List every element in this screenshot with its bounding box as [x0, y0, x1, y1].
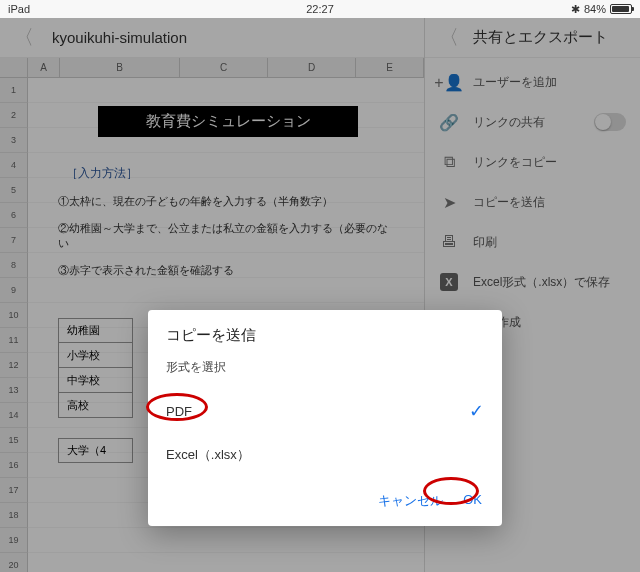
- row-header[interactable]: 3: [0, 128, 28, 153]
- menu-print[interactable]: 🖶 印刷: [425, 222, 640, 262]
- row-header[interactable]: 19: [0, 528, 28, 553]
- bluetooth-icon: ✱: [571, 3, 580, 16]
- row-header[interactable]: 7: [0, 228, 28, 253]
- title-banner: 教育費シミュレーション: [98, 106, 358, 137]
- section-label: ［入力方法］: [66, 165, 398, 182]
- dialog-subtitle: 形式を選択: [148, 355, 502, 388]
- table-cell[interactable]: 幼稚園: [58, 318, 133, 343]
- row-header[interactable]: 1: [0, 78, 28, 103]
- menu-add-user[interactable]: +👤 ユーザーを追加: [425, 62, 640, 102]
- instruction-2: ②幼稚園～大学まで、公立または私立の金額を入力する（必要のない: [58, 221, 398, 251]
- menu-label: Excel形式（.xlsx）で保存: [473, 274, 610, 291]
- row-header[interactable]: 16: [0, 453, 28, 478]
- format-option-pdf[interactable]: PDF ✓: [148, 388, 502, 434]
- row-header[interactable]: 17: [0, 478, 28, 503]
- menu-label: コピーを送信: [473, 194, 545, 211]
- status-device: iPad: [8, 3, 216, 15]
- row-header[interactable]: 5: [0, 178, 28, 203]
- menu-label: リンクの共有: [473, 114, 545, 131]
- copy-icon: ⧉: [439, 152, 459, 172]
- check-icon: ✓: [469, 400, 484, 422]
- back-button[interactable]: 〈: [12, 26, 36, 50]
- add-user-icon: +👤: [439, 72, 459, 92]
- menu-label: ユーザーを追加: [473, 74, 557, 91]
- panel-title: 共有とエクスポート: [473, 28, 608, 47]
- battery-pct: 84%: [584, 3, 606, 15]
- link-icon: 🔗: [439, 112, 459, 132]
- table-cell[interactable]: 中学校: [58, 368, 133, 393]
- option-label: PDF: [166, 404, 192, 419]
- instruction-3: ③赤字で表示された金額を確認する: [58, 263, 398, 278]
- status-right: ✱ 84%: [424, 3, 632, 16]
- row-header[interactable]: 2: [0, 103, 28, 128]
- row-header[interactable]: 8: [0, 253, 28, 278]
- table-cell[interactable]: 高校: [58, 393, 133, 418]
- row-header[interactable]: 18: [0, 503, 28, 528]
- print-icon: 🖶: [439, 232, 459, 252]
- send-copy-dialog: コピーを送信 形式を選択 PDF ✓ Excel（.xlsx） キャンセル OK: [148, 310, 502, 526]
- dialog-title: コピーを送信: [148, 310, 502, 355]
- row-header[interactable]: 6: [0, 203, 28, 228]
- table-cell[interactable]: 大学（4: [58, 438, 133, 463]
- row-header[interactable]: 15: [0, 428, 28, 453]
- row-header[interactable]: 11: [0, 328, 28, 353]
- toolbar: 〈 kyouikuhi-simulation: [0, 18, 424, 58]
- share-link-toggle[interactable]: [594, 113, 626, 131]
- menu-copy-link[interactable]: ⧉ リンクをコピー: [425, 142, 640, 182]
- row-header[interactable]: 12: [0, 353, 28, 378]
- table-cell[interactable]: 小学校: [58, 343, 133, 368]
- document-title: kyouikuhi-simulation: [52, 29, 187, 46]
- col-header[interactable]: D: [268, 58, 356, 77]
- row-header[interactable]: 10: [0, 303, 28, 328]
- excel-icon: X: [439, 272, 459, 292]
- panel-back-button[interactable]: 〈: [437, 26, 461, 50]
- col-header[interactable]: B: [60, 58, 180, 77]
- send-icon: ➤: [439, 192, 459, 212]
- menu-send-copy[interactable]: ➤ コピーを送信: [425, 182, 640, 222]
- row-header[interactable]: 20: [0, 553, 28, 572]
- cancel-button[interactable]: キャンセル: [378, 492, 443, 510]
- status-bar: iPad 22:27 ✱ 84%: [0, 0, 640, 18]
- menu-save-xlsx[interactable]: X Excel形式（.xlsx）で保存: [425, 262, 640, 302]
- menu-share-link[interactable]: 🔗 リンクの共有: [425, 102, 640, 142]
- row-header[interactable]: 14: [0, 403, 28, 428]
- instruction-1: ①太枠に、現在の子どもの年齢を入力する（半角数字）: [58, 194, 398, 209]
- menu-label: リンクをコピー: [473, 154, 557, 171]
- col-header[interactable]: A: [28, 58, 60, 77]
- menu-label: 印刷: [473, 234, 497, 251]
- column-headers: A B C D E: [0, 58, 424, 78]
- col-header[interactable]: E: [356, 58, 424, 77]
- row-header[interactable]: 13: [0, 378, 28, 403]
- row-header[interactable]: 4: [0, 153, 28, 178]
- ok-button[interactable]: OK: [463, 492, 482, 510]
- battery-icon: [610, 4, 632, 14]
- col-header[interactable]: C: [180, 58, 268, 77]
- row-header[interactable]: 9: [0, 278, 28, 303]
- option-label: Excel（.xlsx）: [166, 446, 250, 464]
- format-option-xlsx[interactable]: Excel（.xlsx）: [148, 434, 502, 476]
- status-time: 22:27: [216, 3, 424, 15]
